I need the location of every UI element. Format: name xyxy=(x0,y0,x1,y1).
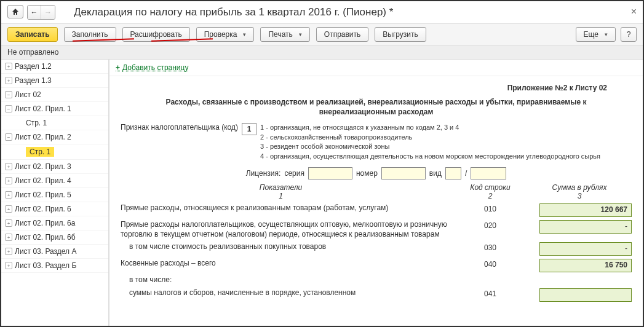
record-button[interactable]: Записать xyxy=(7,27,58,42)
plus-icon: + xyxy=(116,63,120,72)
table-row: суммы налогов и сборов, начисленные в по… xyxy=(121,288,632,302)
license-kind-label: вид xyxy=(429,169,442,178)
taxpayer-code-input[interactable]: 1 xyxy=(242,123,256,135)
table-row: Косвенные расходы – всего04016 750 xyxy=(121,259,632,272)
toggle-icon[interactable]: + xyxy=(5,191,12,199)
document-title: Расходы, связанные с производством и реа… xyxy=(139,97,613,117)
sidebar-item-label: Раздел 1.2 xyxy=(15,62,52,71)
license-series-label: серия xyxy=(284,169,304,178)
home-button[interactable] xyxy=(7,5,23,18)
document-area[interactable]: Приложение №2 к Листу 02 Расходы, связан… xyxy=(109,76,643,326)
license-kind-input-1[interactable] xyxy=(445,167,461,179)
toggle-icon[interactable]: + xyxy=(5,77,12,84)
sidebar-item[interactable]: +Лист 03. Раздел Б xyxy=(1,259,108,273)
table-row: в том числе стоимость реализованных поку… xyxy=(121,242,632,256)
row-label: Прямые расходы налогоплательщиков, осуще… xyxy=(121,220,453,239)
toggle-icon[interactable]: + xyxy=(5,234,12,241)
sidebar-item-label: Лист 03. Раздел А xyxy=(15,247,76,256)
more-button[interactable]: Еще xyxy=(576,27,616,42)
table-row: в том числе: xyxy=(121,275,632,285)
titlebar: ← → Декларация по налогу на прибыль за 1… xyxy=(1,1,643,24)
row-label: в том числе стоимость реализованных поку… xyxy=(121,242,453,252)
sidebar-item-label: Лист 02 xyxy=(15,90,41,99)
sidebar-item[interactable]: +Лист 02. Прил. 4 xyxy=(1,174,108,188)
row-code: 040 xyxy=(453,259,527,269)
sidebar-item-label: Лист 02. Прил. 6а xyxy=(15,219,75,227)
sidebar-item[interactable]: +Лист 02. Прил. 6б xyxy=(1,230,108,245)
license-kind-input-2[interactable] xyxy=(471,167,506,179)
license-row: Лицензия: серия номер вид / xyxy=(121,167,632,179)
sidebar-item[interactable]: +Раздел 1.2 xyxy=(1,60,108,74)
sidebar-item[interactable]: +Раздел 1.3 xyxy=(1,74,108,88)
taxpayer-code-label: Признак налогоплательщика (код) xyxy=(121,123,238,132)
license-series-input[interactable] xyxy=(308,167,352,179)
window-title: Декларация по налогу на прибыль за 1 ква… xyxy=(74,6,393,18)
sidebar-item[interactable]: +Лист 02. Прил. 5 xyxy=(1,188,108,202)
toggle-icon[interactable]: + xyxy=(5,205,12,213)
amount-input[interactable]: 120 667 xyxy=(539,203,632,217)
sidebar-item-label: Раздел 1.3 xyxy=(15,76,52,85)
send-button[interactable]: Отправить xyxy=(316,27,369,42)
toggle-icon[interactable]: + xyxy=(5,219,12,227)
license-slash: / xyxy=(465,169,467,178)
toggle-icon[interactable]: + xyxy=(5,262,12,269)
amount-input[interactable]: - xyxy=(539,220,632,234)
sidebar-item-label: Стр. 1 xyxy=(26,147,54,157)
row-code: 030 xyxy=(453,242,527,252)
row-label: в том числе: xyxy=(121,275,453,285)
check-button[interactable]: Проверка xyxy=(196,27,255,42)
license-number-label: номер xyxy=(356,169,378,178)
sidebar-item-label: Лист 02. Прил. 6б xyxy=(15,233,76,242)
sidebar-item[interactable]: −Лист 02 xyxy=(1,88,108,102)
toggle-icon[interactable]: + xyxy=(5,248,12,255)
export-button[interactable]: Выгрузить xyxy=(375,27,426,42)
sidebar[interactable]: +Раздел 1.2+Раздел 1.3−Лист 02−Лист 02. … xyxy=(1,60,109,326)
sidebar-item[interactable]: +Лист 02. Прил. 3 xyxy=(1,160,108,174)
row-code: 010 xyxy=(453,203,527,213)
sidebar-item[interactable]: +Лист 03. Раздел А xyxy=(1,245,108,259)
print-button[interactable]: Печать xyxy=(260,27,309,42)
license-number-input[interactable] xyxy=(381,167,426,179)
appendix-heading: Приложение №2 к Листу 02 xyxy=(121,84,607,92)
sidebar-item[interactable]: +Лист 02. Прил. 6 xyxy=(1,202,108,216)
help-button[interactable]: ? xyxy=(621,27,637,42)
toggle-icon[interactable]: − xyxy=(5,105,12,112)
amount-input[interactable]: 16 750 xyxy=(539,259,632,272)
taxpayer-code-hints: 1 - организация, не относящаяся к указан… xyxy=(260,123,600,161)
toolbar: Записать Заполнить Расшифровать Проверка… xyxy=(1,24,643,45)
row-label: Прямые расходы, относящиеся к реализован… xyxy=(121,203,453,213)
status-text: Не отправлено xyxy=(1,45,643,60)
fill-button[interactable]: Заполнить xyxy=(64,27,116,42)
sidebar-item-label: Лист 02. Прил. 4 xyxy=(15,176,71,185)
sidebar-item-label: Лист 02. Прил. 1 xyxy=(15,104,71,113)
nav-forward-button: → xyxy=(41,6,55,19)
nav-back-button[interactable]: ← xyxy=(28,6,41,19)
toggle-icon[interactable]: − xyxy=(5,133,12,141)
row-code: 041 xyxy=(453,288,527,298)
amount-input[interactable]: - xyxy=(539,242,632,256)
row-label: суммы налогов и сборов, начисленные в по… xyxy=(121,288,453,298)
license-label: Лицензия: xyxy=(246,169,281,178)
toggle-icon[interactable]: − xyxy=(5,91,12,98)
taxpayer-code-row: Признак налогоплательщика (код) 1 1 - ор… xyxy=(121,123,632,161)
sidebar-item[interactable]: +Лист 02. Прил. 6а xyxy=(1,216,108,230)
add-page-label: Добавить страницу xyxy=(122,63,188,72)
toggle-icon[interactable]: + xyxy=(5,63,12,70)
toggle-icon[interactable]: + xyxy=(5,163,12,170)
sidebar-item-label: Лист 02. Прил. 2 xyxy=(15,133,71,141)
add-page-link[interactable]: + Добавить страницу xyxy=(116,63,188,72)
sidebar-item[interactable]: −Лист 02. Прил. 2 xyxy=(1,130,108,144)
toggle-icon[interactable]: + xyxy=(5,177,12,184)
row-code xyxy=(453,275,527,277)
sidebar-item[interactable]: Стр. 1 xyxy=(1,116,108,130)
decode-button[interactable]: Расшифровать xyxy=(122,27,190,42)
sidebar-item[interactable]: Стр. 1 xyxy=(1,144,108,160)
sidebar-item-label: Лист 03. Раздел Б xyxy=(15,261,76,270)
table-row: Прямые расходы налогоплательщиков, осуще… xyxy=(121,220,632,239)
sidebar-item-label: Лист 02. Прил. 6 xyxy=(15,205,71,213)
sidebar-item-label: Лист 02. Прил. 5 xyxy=(15,191,71,199)
sidebar-item[interactable]: −Лист 02. Прил. 1 xyxy=(1,102,108,116)
close-button[interactable]: × xyxy=(631,6,637,17)
sidebar-item-label: Стр. 1 xyxy=(26,119,47,127)
amount-input[interactable] xyxy=(539,288,632,302)
